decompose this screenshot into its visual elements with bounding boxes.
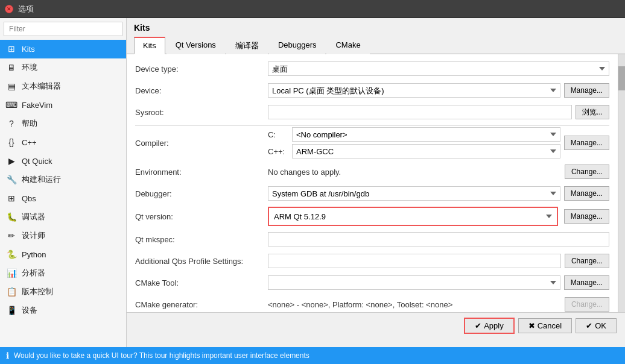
status-text: Would you like to take a quick UI tour? …: [14, 351, 309, 360]
form-row-environment: Environment:No changes to apply.Change..…: [135, 163, 609, 180]
sidebar-item-python[interactable]: 🐍Python: [0, 245, 126, 264]
text-environment: No changes to apply.: [268, 168, 561, 177]
sidebar-label-build-run: 构建和运行: [22, 174, 61, 185]
cancel-button[interactable]: ✖ Cancel: [518, 318, 572, 333]
sidebar-item-vcs[interactable]: 📋版本控制: [0, 283, 126, 301]
label-environment: Environment:: [135, 168, 268, 177]
label-compiler: Compiler:: [135, 139, 268, 148]
change-btn-environment[interactable]: Change...: [565, 165, 609, 179]
control-qt-mkspec: [268, 232, 609, 246]
manage-btn-cmake-tool[interactable]: Manage...: [564, 275, 609, 290]
form-row-cmake-generator: CMake generator:<none> - <none>, Platfor…: [135, 296, 609, 312]
control-debugger: System GDB at /usr/bin/gdbManage...: [268, 186, 609, 201]
scrollbar-thumb[interactable]: [618, 66, 625, 90]
sidebar-item-analyzer[interactable]: 📊分析器: [0, 264, 126, 283]
manage-btn-qt-version[interactable]: Manage...: [564, 209, 609, 224]
control-qt-version: ARM Qt 5.12.9Manage...: [268, 207, 609, 226]
sidebar-label-qbs: Qbs: [22, 194, 36, 203]
compiler-c-select[interactable]: <No compiler>: [292, 127, 560, 142]
compiler-cpp-row: C++:ARM-GCC: [268, 144, 560, 158]
compiler-group: C:<No compiler>C++:ARM-GCC: [268, 127, 560, 158]
label-cmake-generator: CMake generator:: [135, 300, 268, 309]
select-qt-version[interactable]: ARM Qt 5.12.9: [270, 209, 556, 224]
form-row-qt-mkspec: Qt mkspec:: [135, 231, 609, 248]
manage-btn-compiler[interactable]: Manage...: [564, 136, 609, 150]
main-content: ⊞Kits🖥环境▤文本编辑器⌨FakeVim?帮助{}C++▶Qt Quick🔧…: [0, 18, 625, 347]
input-sysroot[interactable]: [268, 105, 572, 119]
compiler-c-row: C:<No compiler>: [268, 127, 560, 142]
tab-compilers[interactable]: 编译器: [226, 37, 268, 54]
tab-kits[interactable]: Kits: [134, 37, 165, 54]
sidebar-icon-build-run: 🔧: [6, 174, 17, 185]
scrollbar[interactable]: [618, 54, 625, 312]
sidebar-item-build-run[interactable]: 🔧构建和运行: [0, 171, 126, 189]
browse-btn-sysroot[interactable]: 浏览...: [576, 105, 609, 119]
apply-button[interactable]: ✔ Apply: [464, 318, 515, 334]
select-device[interactable]: Local PC (桌面 类型的默认设备): [268, 83, 560, 98]
control-compiler: C:<No compiler>C++:ARM-GCCManage...: [268, 127, 609, 158]
tab-cmake[interactable]: CMake: [326, 37, 369, 54]
sidebar-label-kits: Kits: [22, 45, 35, 54]
kits-title: Kits: [134, 23, 618, 33]
kits-header: Kits: [127, 18, 625, 36]
close-button[interactable]: ✕: [5, 5, 13, 13]
apply-label: Apply: [484, 321, 504, 330]
form-row-compiler: Compiler:C:<No compiler>C++:ARM-GCCManag…: [135, 127, 609, 158]
sidebar-icon-designer: ✏: [6, 230, 17, 241]
select-debugger[interactable]: System GDB at /usr/bin/gdb: [268, 186, 560, 201]
compiler-c-label: C:: [268, 130, 290, 139]
ok-label: OK: [595, 321, 606, 330]
tab-debuggers[interactable]: Debuggers: [269, 37, 326, 54]
change-btn-additional-qbs[interactable]: Change...: [565, 254, 609, 268]
sidebar-item-debugger[interactable]: 🐛调试器: [0, 208, 126, 227]
label-device: Device:: [135, 86, 268, 95]
form-row-debugger: Debugger:System GDB at /usr/bin/gdbManag…: [135, 185, 609, 202]
sidebar-icon-kits: ⊞: [6, 43, 17, 54]
filter-input[interactable]: [4, 22, 122, 36]
form-scroll-container: Device type:桌面Device:Local PC (桌面 类型的默认设…: [127, 54, 625, 312]
tab-qt-versions[interactable]: Qt Versions: [167, 37, 225, 54]
form-fields: Device type:桌面Device:Local PC (桌面 类型的默认设…: [127, 54, 618, 312]
sidebar-icon-vcs: 📋: [6, 286, 17, 297]
input-additional-qbs[interactable]: [268, 254, 561, 268]
sidebar-label-cpp: C++: [22, 138, 37, 147]
control-cmake-generator: <none> - <none>, Platform: <none>, Tools…: [268, 297, 609, 312]
label-sysroot: Sysroot:: [135, 108, 268, 117]
compiler-cpp-select[interactable]: ARM-GCC: [292, 144, 560, 158]
sidebar-label-text-editor: 文本编辑器: [22, 81, 61, 92]
manage-btn-device[interactable]: Manage...: [564, 83, 609, 98]
sidebar-icon-analyzer: 📊: [6, 268, 17, 278]
sidebar-item-help[interactable]: ?帮助: [0, 115, 126, 133]
select-cmake-tool[interactable]: [268, 275, 560, 290]
sidebar-icon-fakevim: ⌨: [6, 99, 17, 110]
manage-btn-debugger[interactable]: Manage...: [564, 186, 609, 201]
sidebar-item-qt-quick[interactable]: ▶Qt Quick: [0, 152, 126, 171]
cancel-x-icon: ✖: [528, 321, 535, 330]
control-device: Local PC (桌面 类型的默认设备)Manage...: [268, 83, 609, 98]
titlebar: ✕ 选项: [0, 0, 625, 18]
select-device-type[interactable]: 桌面: [268, 61, 609, 76]
apply-check-icon: ✔: [475, 321, 481, 330]
window-title: 选项: [18, 4, 34, 14]
sidebar-item-devices[interactable]: 📱设备: [0, 301, 126, 320]
sidebar-item-kits[interactable]: ⊞Kits: [0, 40, 126, 58]
sidebar-item-text-editor[interactable]: ▤文本编辑器: [0, 77, 126, 96]
form-row-device-type: Device type:桌面: [135, 60, 609, 77]
sidebar: ⊞Kits🖥环境▤文本编辑器⌨FakeVim?帮助{}C++▶Qt Quick🔧…: [0, 18, 127, 347]
ok-button[interactable]: ✔ OK: [576, 318, 617, 333]
right-panel: Kits KitsQt Versions编译器DebuggersCMake De…: [127, 18, 625, 347]
change-btn-cmake-generator[interactable]: Change...: [565, 297, 609, 312]
sidebar-list: ⊞Kits🖥环境▤文本编辑器⌨FakeVim?帮助{}C++▶Qt Quick🔧…: [0, 40, 126, 347]
sidebar-item-cpp[interactable]: {}C++: [0, 133, 126, 152]
input-qt-mkspec[interactable]: [268, 232, 609, 246]
sidebar-item-qbs[interactable]: ⊞Qbs: [0, 189, 126, 208]
sidebar-item-fakevim[interactable]: ⌨FakeVim: [0, 96, 126, 115]
form-row-cmake-tool: CMake Tool:Manage...: [135, 274, 609, 291]
sidebar-icon-cpp: {}: [6, 137, 17, 148]
bottom-buttons: ✔ Apply ✖ Cancel ✔ OK: [127, 312, 625, 339]
sidebar-item-designer[interactable]: ✏设计师: [0, 227, 126, 245]
sidebar-label-python: Python: [22, 250, 46, 259]
sidebar-label-help: 帮助: [22, 118, 37, 129]
sidebar-item-environment[interactable]: 🖥环境: [0, 58, 126, 77]
bottom-bar: ✔ Apply ✖ Cancel ✔ OK: [127, 312, 625, 347]
